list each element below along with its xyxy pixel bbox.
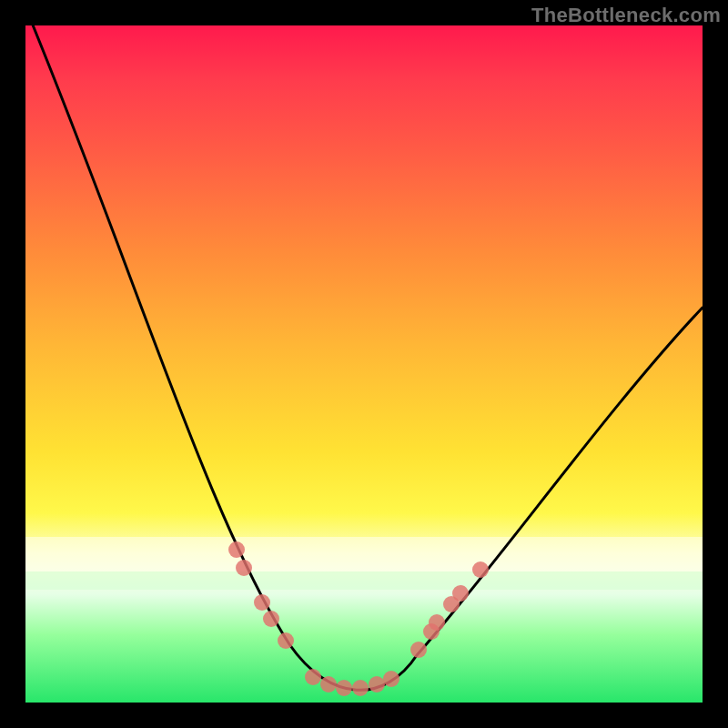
sample-dot: [352, 680, 369, 696]
sample-dot: [429, 614, 445, 631]
sample-dot: [383, 671, 399, 687]
sample-dots-group: [228, 541, 489, 696]
sample-dot: [236, 560, 252, 576]
sample-dot: [336, 680, 352, 696]
plot-svg: [25, 25, 703, 703]
chart-area: [25, 25, 703, 703]
sample-dot: [320, 676, 337, 693]
sample-dot: [369, 676, 385, 693]
sample-dot: [452, 585, 469, 602]
sample-dot: [228, 541, 245, 558]
sample-dot: [410, 642, 427, 658]
sample-dot: [472, 561, 489, 578]
bottleneck-curve: [25, 7, 703, 690]
sample-dot: [305, 669, 321, 685]
watermark-text: TheBottleneck.com: [531, 4, 721, 27]
sample-dot: [278, 632, 294, 649]
sample-dot: [254, 594, 270, 611]
sample-dot: [263, 611, 279, 627]
